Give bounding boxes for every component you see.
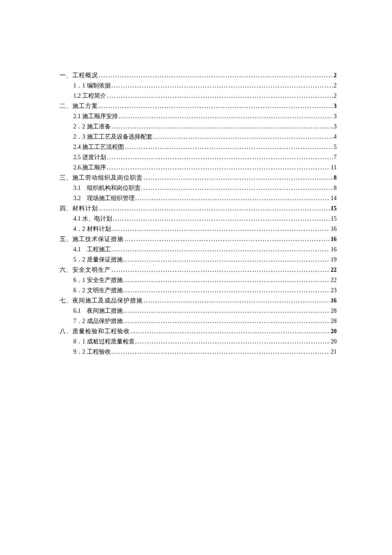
toc-leader-dots [143,173,333,183]
toc-entry: 6．1 安全生产措施22 [60,275,337,285]
toc-entry: 八、质量检验和工程验收20 [60,326,337,337]
toc-leader-dots [135,337,330,347]
toc-page-number: 23 [330,285,337,296]
toc-entry: 2.1 施工顺序安排3 [60,111,337,122]
toc-leader-dots [123,275,330,285]
toc-leader-dots [98,101,333,111]
toc-leader-dots [124,142,333,152]
toc-title: 2.6.施工顺序 [73,163,106,173]
toc-entry: 2.4 施工工艺流程图5 [60,142,337,152]
toc-entry: 1．1 编制依据2 [60,81,337,91]
toc-leader-dots [106,163,330,173]
toc-page-number: 20 [330,326,337,337]
toc-leader-dots [123,255,330,265]
toc-title: 4.1 工程施工 [73,244,111,255]
toc-title: 2.5 进度计划 [73,152,106,163]
toc-title: 八、质量检验和工程验收 [60,326,130,337]
toc-entry: 7．2 成品保护措施28 [60,316,337,326]
toc-entry: 5．2 质量保证措施19 [60,255,337,265]
toc-entry: 3.2 现场施工组织管理14 [60,193,337,203]
toc-page-number: 2 [333,70,337,81]
toc-entry: 四、材料计划15 [60,203,337,214]
toc-leader-dots [123,285,330,296]
toc-title: 8．1 成桩过程质量检查 [73,337,135,347]
toc-entry: 8．1 成桩过程质量检查20 [60,337,337,347]
toc-page-number: 28 [330,306,337,316]
toc-entry: 二、施工方案3 [60,101,337,111]
toc-title: 6．2 文明生产措施 [73,285,123,296]
toc-entry: 三、施工劳动组织及岗位职责8 [60,173,337,183]
toc-entry: 2.6.施工顺序11 [60,163,337,173]
toc-page-number: 2 [333,81,337,91]
toc-page-number: 3 [333,122,337,132]
toc-entry: 七、夜间施工及成品保护措施16 [60,296,337,306]
toc-leader-dots [111,224,330,234]
toc-title: 5．2 质量保证措施 [73,255,123,265]
toc-leader-dots [153,132,333,142]
toc-page-number: 16 [330,296,337,306]
toc-page-number: 3 [333,111,337,122]
toc-page-number: 15 [330,214,337,224]
toc-entry: 6.1 夜间施工措施28 [60,306,337,316]
toc-leader-dots [111,347,330,357]
toc-page-number: 22 [330,275,337,285]
toc-leader-dots [106,152,333,163]
toc-page-number: 11 [330,163,337,173]
toc-leader-dots [118,111,333,122]
toc-title: 3.1 组织机构和岗位职责 [73,183,141,193]
toc-page-number: 16 [330,244,337,255]
toc-title: 7．2 成品保护措施 [73,316,123,326]
toc-page-number: 16 [330,224,337,234]
toc-entry: 六、安全文明生产22 [60,265,337,275]
toc-title: 二、施工方案 [60,101,98,111]
toc-page-number: 19 [330,255,337,265]
toc-leader-dots [123,306,330,316]
toc-page-number: 20 [330,337,337,347]
toc-leader-dots [111,122,333,132]
toc-title: 4．2 材料计划 [73,224,111,234]
toc-page-number: 8 [333,173,337,183]
toc-leader-dots [106,91,333,101]
toc-entry: 1.2 工程简介2 [60,91,337,101]
toc-title: 2.4 施工工艺流程图 [73,142,124,152]
toc-entry: 4．2 材料计划16 [60,224,337,234]
toc-entry: 一、工程概况2 [60,70,337,81]
toc-page-number: 21 [330,347,337,357]
toc-title: 3.2 现场施工组织管理 [73,193,135,203]
toc-page-number: 3 [333,101,337,111]
toc-title: 2．2 施工准备 [73,122,111,132]
toc-page-number: 8 [333,183,337,193]
toc-title: 6.1 夜间施工措施 [73,306,123,316]
toc-page-number: 16 [330,234,337,244]
toc-leader-dots [112,214,330,224]
toc-page-number: 28 [330,316,337,326]
toc-leader-dots [141,183,333,193]
toc-entry: 6．2 文明生产措施23 [60,285,337,296]
toc-page-number: 22 [330,265,337,275]
toc-page-number: 4 [333,132,337,142]
toc-leader-dots [98,70,333,81]
toc-page-number: 7 [333,152,337,163]
toc-page-number: 5 [333,142,337,152]
toc-page-number: 2 [333,91,337,101]
toc-entry: 9．2 工程验收21 [60,347,337,357]
toc-title: 2．3 施工工艺及设备选择配套 [73,132,153,142]
toc-entry: 4.1 水、电计划15 [60,214,337,224]
toc-title: 6．1 安全生产措施 [73,275,123,285]
toc-entry: 五、施工技术保证措施16 [60,234,337,244]
toc-entry: 3.1 组织机构和岗位职责8 [60,183,337,193]
toc-entry: 2．2 施工准备3 [60,122,337,132]
toc-leader-dots [111,265,330,275]
toc-title: 一、工程概况 [60,70,98,81]
toc-leader-dots [124,234,330,244]
toc-leader-dots [98,203,330,214]
toc-title: 三、施工劳动组织及岗位职责 [60,173,143,183]
toc-title: 七、夜间施工及成品保护措施 [60,296,143,306]
toc-title: 1．1 编制依据 [73,81,111,91]
toc-leader-dots [123,316,330,326]
toc-page-number: 14 [330,193,337,203]
toc-title: 四、材料计划 [60,203,98,214]
toc-title: 9．2 工程验收 [73,347,111,357]
toc-title: 六、安全文明生产 [60,265,111,275]
toc-leader-dots [111,81,333,91]
